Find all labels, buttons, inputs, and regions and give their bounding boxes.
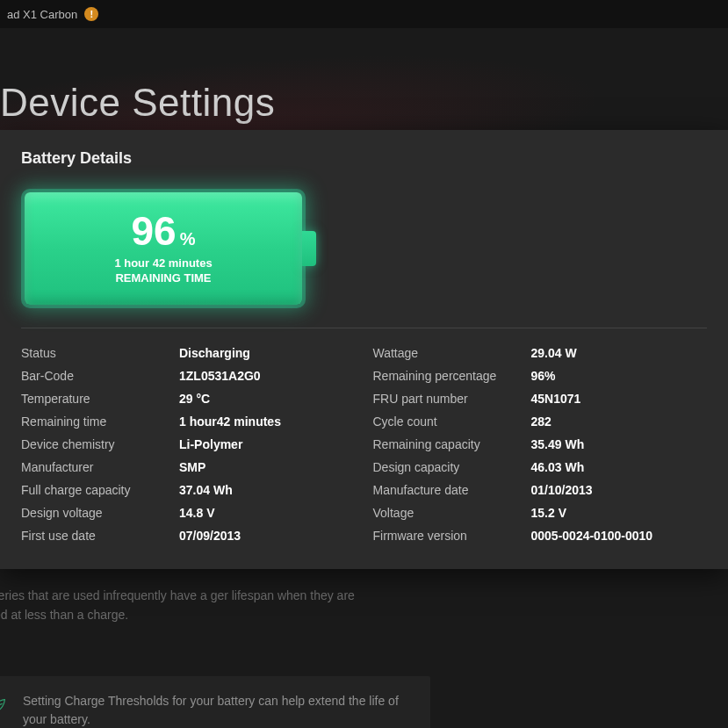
warning-icon: ! (84, 7, 98, 21)
battery-details-panel: Battery Details 96 % 1 hour 42 minutes R… (0, 130, 728, 569)
detail-value: 96% (531, 369, 708, 383)
tip-card: Setting Charge Thresholds for your batte… (0, 676, 430, 728)
detail-value: 01/10/2013 (531, 483, 708, 497)
detail-label: Design capacity (373, 460, 531, 474)
detail-value: 1 hour42 minutes (179, 414, 356, 429)
panel-heading: Battery Details (21, 149, 707, 168)
detail-value: 29 °C (179, 392, 356, 406)
detail-value: SMP (179, 460, 356, 474)
detail-value: Discharging (179, 346, 356, 360)
battery-remaining-time: 1 hour 42 minutes (114, 256, 212, 271)
detail-label: Bar-Code (21, 369, 179, 383)
detail-value: 282 (531, 414, 708, 429)
detail-label: Firmware version (373, 529, 531, 543)
detail-value: 45N1071 (531, 392, 708, 406)
battery-graphic: 96 % 1 hour 42 minutes REMAINING TIME (25, 192, 316, 305)
battery-percent-symbol: % (180, 230, 196, 248)
detail-label: FRU part number (373, 392, 531, 406)
detail-label: Manufacturer (21, 460, 179, 474)
details-grid: StatusDischargingBar-Code1ZL0531A2G0Temp… (21, 346, 707, 543)
detail-label: Wattage (373, 346, 531, 360)
detail-value: 0005-0024-0100-0010 (531, 529, 708, 543)
detail-value: 15.2 V (531, 506, 708, 520)
page-title: Device Settings (0, 81, 275, 125)
detail-label: Manufacture date (373, 483, 531, 497)
battery-remaining-label: REMAINING TIME (114, 271, 212, 286)
divider (21, 328, 707, 328)
detail-value: 1ZL0531A2G0 (179, 369, 356, 383)
detail-label: Temperature (21, 392, 179, 406)
battery-percent: 96 % (132, 211, 196, 251)
detail-label: Remaining capacity (373, 437, 531, 451)
battery-percent-number: 96 (132, 211, 177, 251)
detail-label: Cycle count (373, 414, 531, 429)
detail-label: Status (21, 346, 179, 360)
detail-value: Li-Polymer (179, 437, 356, 451)
detail-label: Full charge capacity (21, 483, 179, 497)
detail-label: Design voltage (21, 506, 179, 520)
details-column-left: StatusDischargingBar-Code1ZL0531A2G0Temp… (21, 346, 356, 543)
battery-body: 96 % 1 hour 42 minutes REMAINING TIME (25, 192, 302, 305)
battery-remaining: 1 hour 42 minutes REMAINING TIME (114, 256, 212, 286)
detail-value: 29.04 W (531, 346, 708, 360)
detail-label: Remaining percentage (373, 369, 531, 383)
detail-label: First use date (21, 529, 179, 543)
detail-label: Device chemistry (21, 437, 179, 451)
battery-tip-cap (302, 231, 316, 266)
detail-value: 07/09/2013 (179, 529, 356, 543)
detail-value: 35.49 Wh (531, 437, 708, 451)
window-titlebar: ad X1 Carbon ! (0, 0, 728, 28)
background-paragraph: ause batteries that are used infrequentl… (0, 587, 404, 624)
leaf-icon (0, 696, 9, 715)
detail-label: Voltage (373, 506, 531, 520)
details-column-right: Wattage29.04 WRemaining percentage96%FRU… (373, 346, 708, 543)
device-name: ad X1 Carbon (7, 8, 77, 21)
detail-value: 46.03 Wh (531, 460, 708, 474)
detail-value: 14.8 V (179, 506, 356, 520)
tip-text: Setting Charge Thresholds for your batte… (23, 694, 399, 726)
detail-label: Remaining time (21, 414, 179, 429)
detail-value: 37.04 Wh (179, 483, 356, 497)
